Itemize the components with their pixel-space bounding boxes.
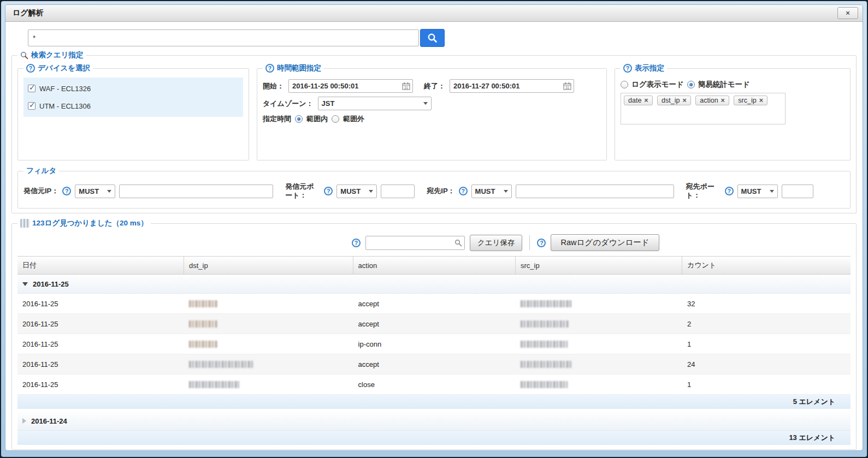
cell-action: accept: [353, 354, 516, 374]
device-item[interactable]: UTM - ECL1306: [23, 97, 243, 115]
redacted-value: [189, 361, 253, 368]
group-row[interactable]: 2016-11-25: [17, 275, 851, 294]
filter-operator-select[interactable]: MUST: [471, 185, 512, 198]
time-panel-legend: ? 時間範囲指定: [263, 63, 324, 73]
cell-dst-ip: [184, 374, 353, 394]
field-tag[interactable]: action ×: [695, 96, 729, 105]
redacted-value: [189, 300, 217, 307]
tag-close-icon[interactable]: ×: [682, 97, 686, 104]
filter-label: 発信元IP：: [23, 186, 58, 196]
element-count-label: 13 エレメント: [789, 433, 835, 443]
chevron-down-icon: [504, 190, 508, 193]
redacted-value: [521, 320, 569, 328]
filter-value-input[interactable]: [381, 185, 415, 198]
device-checkbox[interactable]: [28, 85, 36, 92]
device-item[interactable]: WAF - ECL1326: [23, 80, 243, 97]
help-icon[interactable]: ?: [26, 64, 35, 73]
timezone-row: タイムゾーン： JST: [263, 97, 601, 110]
collapse-icon[interactable]: [22, 282, 28, 286]
column-header-action[interactable]: action: [353, 257, 516, 274]
column-header-count[interactable]: カウント: [682, 257, 851, 274]
filter-value-input[interactable]: [782, 185, 813, 198]
main-query-input[interactable]: [28, 29, 419, 46]
close-button[interactable]: ×: [837, 7, 858, 19]
column-header-date[interactable]: 日付: [17, 257, 184, 274]
help-icon[interactable]: ?: [265, 64, 274, 73]
device-panel: ? デバイスを選択 WAF - ECL1326 UTM - ECL1306: [17, 63, 249, 160]
save-query-button[interactable]: クエリ保存: [470, 235, 522, 251]
search-button[interactable]: [420, 29, 445, 47]
device-checkbox[interactable]: [28, 102, 36, 110]
help-icon[interactable]: ?: [537, 239, 546, 247]
timezone-select[interactable]: JST: [318, 97, 432, 110]
window-content: 検索クエリ指定 ? デバイスを選択 WAF - ECL1326 UTM - EC…: [5, 22, 863, 450]
cell-dst-ip: [184, 334, 353, 354]
toolbar-divider: [529, 235, 530, 250]
field-tag[interactable]: dst_ip ×: [657, 96, 691, 105]
range-outside-radio[interactable]: [332, 115, 339, 123]
calendar-icon[interactable]: 31: [402, 82, 410, 90]
help-icon[interactable]: ?: [623, 64, 632, 73]
tag-close-icon[interactable]: ×: [721, 97, 725, 104]
field-tag[interactable]: src_ip ×: [734, 96, 767, 105]
filter-operator-select[interactable]: MUST: [737, 185, 778, 198]
redacted-value: [521, 341, 568, 348]
stat-mode-radio[interactable]: [687, 81, 695, 88]
result-filter-input[interactable]: [365, 236, 465, 250]
tag-close-icon[interactable]: ×: [759, 97, 763, 104]
filter-value-input[interactable]: [516, 185, 674, 198]
help-icon[interactable]: ?: [459, 187, 468, 195]
raw-log-download-button[interactable]: Rawログのダウンロード: [551, 234, 659, 251]
end-date-input[interactable]: [450, 79, 574, 93]
log-mode-radio[interactable]: [621, 81, 628, 88]
column-header-dst-ip[interactable]: dst_ip: [184, 257, 353, 274]
table-row[interactable]: 2016-11-25 close 1: [17, 374, 851, 395]
table-row[interactable]: 2016-11-25 accept 32: [17, 294, 851, 314]
table-row[interactable]: 2016-11-25 ip-conn 1: [17, 334, 851, 354]
results-icon: [20, 219, 29, 228]
help-icon[interactable]: ?: [352, 239, 361, 247]
column-header-src-ip[interactable]: src_ip: [516, 257, 682, 274]
help-icon[interactable]: ?: [725, 187, 734, 195]
field-tag[interactable]: date ×: [624, 96, 653, 105]
field-tag-box: date × dst_ip × action × src_ip ×: [621, 93, 786, 124]
help-icon[interactable]: ?: [324, 187, 333, 195]
table-row[interactable]: 2016-11-25 accept 24: [17, 354, 851, 374]
stat-mode-label: 簡易統計モード: [698, 80, 750, 90]
filter-operator-select[interactable]: MUST: [336, 185, 377, 198]
search-icon: [427, 33, 438, 43]
start-date-input[interactable]: [288, 79, 413, 93]
cell-action: accept: [353, 314, 516, 334]
filter-value-input[interactable]: [119, 185, 273, 198]
calendar-icon[interactable]: 31: [563, 82, 571, 90]
cell-date: 2016-11-25: [17, 374, 184, 394]
device-label: UTM - ECL1306: [39, 102, 91, 110]
grid-header: 日付 dst_ip action src_ip カウント: [17, 257, 851, 275]
cell-date: 2016-11-25: [17, 314, 184, 334]
group-label: 2016-11-24: [31, 417, 67, 425]
field-tag-label: date: [628, 97, 641, 104]
element-count-label: 5 エレメント: [793, 397, 835, 407]
cell-action: ip-conn: [353, 334, 516, 354]
chevron-down-icon: [107, 190, 111, 193]
range-inside-radio[interactable]: [295, 115, 303, 123]
log-analysis-window: ログ解析 × 検索クエリ指定 ? デバイスを選択: [5, 4, 863, 451]
cell-date: 2016-11-25: [17, 354, 184, 374]
table-row[interactable]: 2016-11-25 accept 2: [17, 314, 851, 334]
device-list: WAF - ECL1326 UTM - ECL1306: [23, 78, 243, 117]
filter-row: 発信元IP： ? MUST 発信元ポート： ? MUST 宛先IP： ? MUS…: [23, 182, 845, 200]
svg-text:31: 31: [565, 86, 570, 90]
filter-operator-select[interactable]: MUST: [75, 185, 115, 198]
range-inside-label: 範囲内: [306, 114, 328, 124]
cell-dst-ip: [184, 294, 353, 313]
group-row[interactable]: 2016-11-24: [17, 412, 851, 431]
display-panel-legend: ? 表示指定: [621, 63, 667, 73]
redacted-value: [521, 361, 572, 368]
results-legend: 123ログ見つかりました（20 ms）: [17, 218, 151, 228]
help-icon[interactable]: ?: [62, 187, 71, 195]
tag-close-icon[interactable]: ×: [644, 97, 648, 104]
field-tag-label: src_ip: [738, 97, 756, 104]
query-bar: [28, 29, 857, 47]
expand-icon[interactable]: [22, 418, 26, 424]
field-tag-label: action: [700, 97, 718, 104]
